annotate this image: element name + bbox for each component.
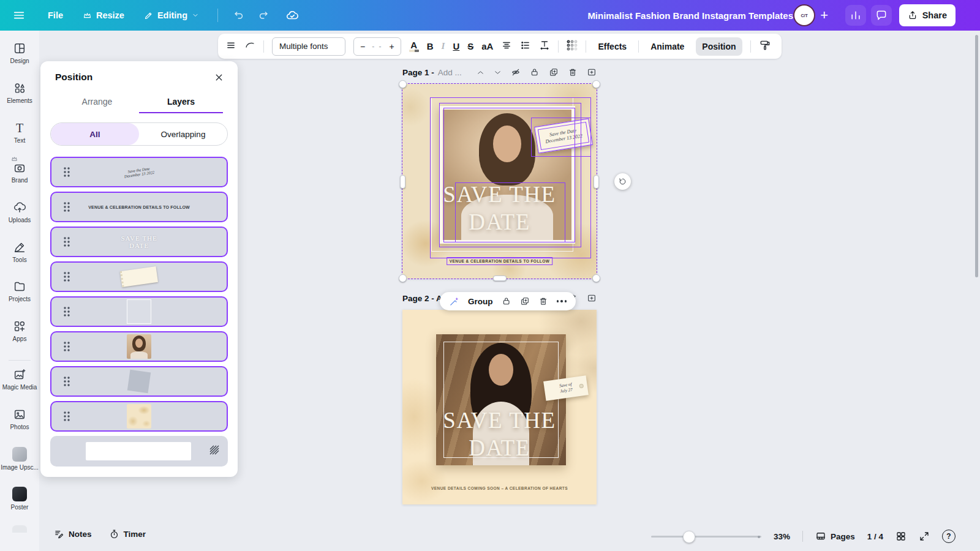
vertical-scrollbar[interactable]: [975, 35, 978, 277]
comments-button[interactable]: [871, 5, 892, 26]
headline-text[interactable]: SAVE THE DATE: [402, 181, 597, 236]
bold-button[interactable]: B: [427, 41, 434, 51]
avatar[interactable]: C/T: [793, 4, 815, 26]
underline-button[interactable]: U: [453, 41, 459, 51]
timer-button[interactable]: Timer: [109, 529, 146, 539]
sidebar-item-elements[interactable]: Elements: [0, 81, 39, 117]
text-styles-button[interactable]: [225, 40, 236, 53]
sidebar-item-brand[interactable]: Brand: [0, 161, 39, 197]
resize-handle-bottom-left[interactable]: [399, 274, 407, 282]
fullscreen-button[interactable]: [919, 531, 930, 542]
layer-item-ticket[interactable]: [50, 261, 228, 292]
zoom-slider-knob[interactable]: [683, 531, 695, 543]
insights-button[interactable]: [845, 5, 866, 26]
delete-icon[interactable]: [538, 296, 548, 306]
tab-layers[interactable]: Layers: [139, 91, 223, 113]
sidebar-item-text[interactable]: T Text: [0, 121, 39, 157]
headline-text[interactable]: SAVE THE DATE: [402, 407, 597, 462]
drag-handle-icon[interactable]: [62, 201, 71, 213]
copy-style-button[interactable]: [759, 39, 771, 54]
layer-item-caption-text[interactable]: VENUE & CELEBRATION DETAILS TO FOLLOW: [50, 192, 228, 222]
rotate-handle[interactable]: [614, 173, 631, 190]
sidebar-item-apps[interactable]: Apps: [0, 320, 39, 355]
zoom-level[interactable]: 33%: [774, 532, 790, 541]
page1-title-input[interactable]: Add ...: [438, 68, 462, 77]
add-page-icon[interactable]: [587, 293, 597, 303]
caption-text[interactable]: VENUE & CELEBRATION DETAILS TO FOLLOW: [447, 257, 553, 265]
sidebar-item-magic-media[interactable]: Magic Media: [0, 368, 39, 403]
resize-handle-left[interactable]: [400, 175, 405, 189]
layer-item-frame[interactable]: [50, 296, 228, 327]
sidebar-item-partial[interactable]: [0, 525, 39, 551]
redo-button[interactable]: [257, 9, 270, 21]
add-member-button[interactable]: +: [820, 7, 828, 23]
decrease-font-button[interactable]: −: [360, 42, 365, 51]
document-title[interactable]: Minimalist Fashion Brand Instagram Templ…: [587, 0, 793, 31]
caption-text[interactable]: VENUE DETAILS COMING SOON – A CELEBRATIO…: [402, 486, 597, 490]
list-button[interactable]: [520, 40, 531, 53]
resize-handle-right[interactable]: [594, 175, 599, 189]
text-case-button[interactable]: aA: [481, 41, 493, 51]
share-button[interactable]: Share: [899, 4, 956, 26]
layer-item-page-background[interactable]: [50, 436, 228, 467]
delete-page-icon[interactable]: [568, 67, 578, 77]
sidebar-item-design[interactable]: Design: [0, 42, 39, 77]
drag-handle-icon[interactable]: [62, 340, 71, 353]
text-color-button[interactable]: A: [409, 41, 419, 52]
magic-wand-icon[interactable]: [449, 296, 459, 307]
resize-handle-top-right[interactable]: [592, 80, 600, 88]
resize-handle-bottom[interactable]: [493, 276, 507, 281]
drag-handle-icon[interactable]: [62, 166, 71, 178]
notes-button[interactable]: Notes: [54, 529, 92, 539]
sidebar-item-uploads[interactable]: Uploads: [0, 201, 39, 236]
curve-text-button[interactable]: [244, 40, 255, 53]
drag-handle-icon[interactable]: [62, 271, 71, 283]
page1-canvas[interactable]: SAVE THE DATE Save the Date December 13 …: [402, 84, 597, 279]
sidebar-item-tools[interactable]: Tools: [0, 241, 39, 276]
tab-arrange[interactable]: Arrange: [55, 91, 139, 113]
file-menu-button[interactable]: File: [48, 10, 63, 20]
move-page-up-icon[interactable]: [477, 69, 484, 77]
move-page-down-icon[interactable]: [494, 69, 502, 77]
lock-icon[interactable]: [502, 296, 511, 306]
layer-item-floral-texture[interactable]: [50, 401, 228, 432]
strikethrough-button[interactable]: S: [467, 41, 473, 51]
help-button[interactable]: ?: [942, 530, 956, 543]
layer-item-headline-text[interactable]: SAVE THE DATE: [50, 227, 228, 257]
resize-button[interactable]: Resize: [83, 10, 124, 20]
drag-handle-icon[interactable]: [62, 305, 71, 318]
layer-item-grey-square[interactable]: [50, 366, 228, 397]
sidebar-item-image-upscaler[interactable]: Image Upsc...: [0, 447, 39, 482]
drag-handle-icon[interactable]: [62, 236, 71, 248]
layer-item-script-note[interactable]: Save the Date December 13 2022: [50, 157, 228, 187]
undo-button[interactable]: [233, 9, 245, 21]
duplicate-icon[interactable]: [520, 296, 530, 306]
position-button[interactable]: Position: [696, 37, 742, 56]
more-options-button[interactable]: [557, 300, 567, 302]
page2-canvas[interactable]: SAVE THE DATE Save of July 27 VENUE DETA…: [402, 310, 597, 504]
grid-view-button[interactable]: [895, 531, 907, 542]
duplicate-page-icon[interactable]: [549, 67, 559, 77]
font-size-stepper[interactable]: − - - +: [353, 37, 401, 56]
transparency-button[interactable]: [567, 40, 578, 53]
sidebar-item-photos[interactable]: Photos: [0, 408, 39, 443]
italic-button[interactable]: I: [442, 41, 445, 51]
increase-font-button[interactable]: +: [390, 42, 394, 51]
filter-all[interactable]: All: [51, 123, 139, 145]
drag-handle-icon[interactable]: [62, 410, 71, 422]
lock-page-icon[interactable]: [530, 67, 540, 77]
resize-handle-top-left[interactable]: [399, 80, 407, 88]
font-size-value[interactable]: - -: [372, 42, 382, 51]
editing-mode-dropdown[interactable]: Editing: [144, 10, 199, 20]
alignment-button[interactable]: [501, 40, 512, 53]
pages-toggle-button[interactable]: Pages: [815, 531, 855, 542]
layer-item-photo[interactable]: [50, 331, 228, 362]
sidebar-item-poster[interactable]: Poster: [0, 487, 39, 522]
effects-button[interactable]: Effects: [594, 37, 630, 56]
main-menu-button[interactable]: [12, 9, 26, 22]
font-family-selector[interactable]: Multiple fonts: [272, 37, 345, 56]
zoom-slider-track[interactable]: [651, 536, 761, 538]
filter-overlapping[interactable]: Overlapping: [139, 123, 227, 145]
close-panel-button[interactable]: [214, 72, 224, 83]
group-button[interactable]: Group: [468, 297, 493, 306]
